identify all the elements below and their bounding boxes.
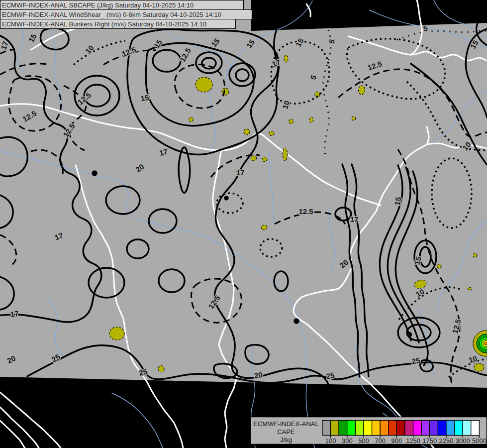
colorbar-tick-label: 5000	[472, 437, 487, 445]
title-line-bunkers: ECMWF-INDEX-ANAL Bunkers Right (m/s) Sat…	[2, 20, 206, 28]
colorbar-cell	[405, 421, 413, 436]
title-line-windshear: ECMWF-INDEX-ANAL WindShear_ (m/s) 0-6km …	[2, 11, 221, 18]
legend-units: J/kg	[280, 436, 292, 444]
title-line-sbcape: ECMWF-INDEX-ANAL SBCAPE (J/kg) Saturday …	[2, 1, 194, 9]
weather-map-screenshot: 17151012.51512.515151715551012.55151012.…	[0, 0, 487, 448]
cape-bullseye-ring	[485, 342, 487, 345]
title-box: ECMWF-INDEX-ANAL SBCAPE (J/kg) Saturday …	[0, 0, 252, 29]
contour-label: 20	[254, 370, 263, 380]
legend-colorbar-ticks: 10030050070090012501750225030005000	[325, 436, 487, 445]
colorbar-tick-label: 300	[342, 437, 353, 445]
colorbar-cell	[430, 421, 438, 436]
contour-label: 25	[325, 371, 335, 381]
contour-label: 17	[350, 215, 359, 224]
contour-label: 25	[411, 356, 420, 366]
colorbar-tick-label: 1750	[422, 437, 437, 445]
colorbar-cell	[364, 421, 372, 436]
colorbar-cell	[389, 421, 397, 436]
contour-label: 15	[140, 93, 149, 103]
legend-title: ECMWF-INDEX-ANAL	[253, 420, 318, 428]
colorbar-tick-label: 1250	[406, 437, 420, 445]
colorbar-tick-label: 2250	[439, 437, 454, 445]
colorbar-cell	[347, 421, 356, 436]
map-canvas: 17151012.51512.515151715551012.55151012.…	[0, 0, 487, 448]
colorbar-cell	[396, 421, 405, 436]
contour-label: 25	[138, 367, 148, 377]
contour-label: 12.5	[298, 207, 313, 216]
legend-parameter: CAPE	[277, 428, 295, 436]
contour-label: 17	[236, 168, 245, 177]
colorbar-tick-label: 3000	[456, 437, 470, 445]
colorbar-cell	[463, 421, 471, 436]
colorbar-cell	[380, 421, 389, 436]
colorbar-cell	[413, 421, 422, 436]
contour-label: 17	[9, 309, 19, 319]
contour-label: 15	[393, 196, 403, 206]
colorbar-cell	[372, 421, 381, 436]
colorbar-cell	[355, 421, 364, 436]
colorbar-tick-label: 700	[375, 437, 386, 445]
colorbar-tick-label: 900	[391, 437, 402, 445]
cape-patch	[195, 77, 212, 92]
colorbar-cell	[446, 421, 455, 436]
colorbar-cell	[455, 421, 463, 436]
colorbar-tick-label: 500	[358, 437, 369, 445]
colorbar-cell	[438, 421, 446, 436]
colorbar-cell	[331, 421, 339, 436]
colorbar-cell	[339, 421, 347, 436]
legend-colorbar	[322, 421, 479, 436]
colorbar-tick-label: 100	[325, 437, 336, 445]
colorbar-cell	[471, 421, 480, 436]
colorbar-cell	[421, 421, 430, 436]
legend-box: ECMWF-INDEX-ANAL CAPE J/kg 1003005007009…	[251, 417, 487, 445]
colorbar-cell	[322, 421, 331, 436]
